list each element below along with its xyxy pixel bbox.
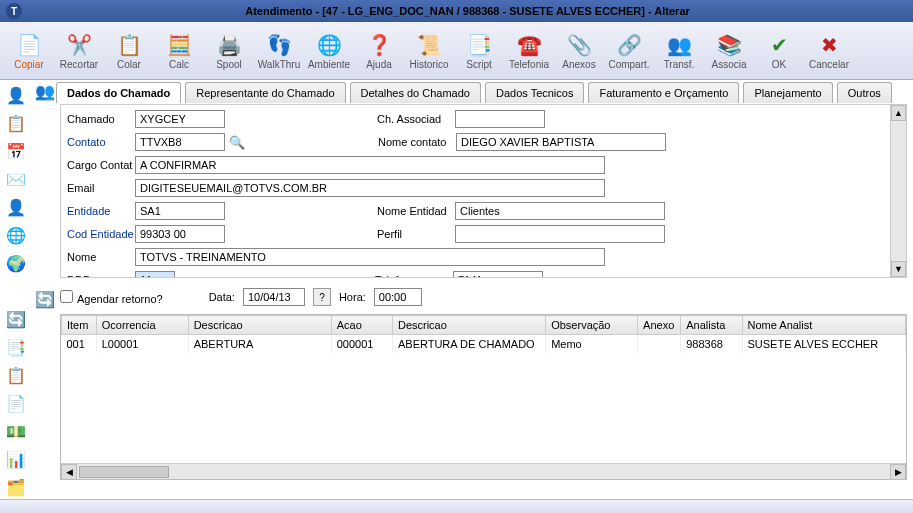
cell-item: 001 — [62, 335, 97, 354]
ddd-input[interactable] — [135, 271, 175, 278]
agendar-checkbox[interactable] — [60, 290, 73, 303]
sidebar-icon-10[interactable]: 📋 — [2, 362, 30, 388]
cancelar-icon: ✖ — [815, 31, 843, 59]
scroll-thumb[interactable] — [79, 466, 169, 478]
nomeentidad-input[interactable] — [455, 202, 665, 220]
ok-icon: ✔ — [765, 31, 793, 59]
toolbar-historico[interactable]: 📜Historico — [404, 24, 454, 78]
date-picker-button[interactable]: ? — [313, 288, 331, 306]
spool-icon: 🖨️ — [215, 31, 243, 59]
sidebar-icon-1[interactable]: 📋 — [2, 110, 30, 136]
sidebar-icon-14[interactable]: 🗂️ — [2, 474, 30, 500]
contato-input[interactable] — [135, 133, 225, 151]
grid-header-nomeanalist[interactable]: Nome Analist — [742, 316, 906, 335]
cargo-label: Cargo Contat — [65, 159, 135, 171]
left-sidebar: 👤📋📅✉️👤🌐🌍🔄📑📋📄💵📊🗂️🟧 — [0, 80, 32, 513]
form-vertical-scrollbar[interactable]: ▲ ▼ — [890, 105, 906, 277]
email-label: Email — [65, 182, 135, 194]
codentidade-label[interactable]: Cod Entidade — [65, 228, 135, 240]
ambiente-icon: 🌐 — [315, 31, 343, 59]
nome-input[interactable] — [135, 248, 605, 266]
sidebar-icon-12[interactable]: 💵 — [2, 418, 30, 444]
perfil-input[interactable] — [455, 225, 665, 243]
sidebar-icon-13[interactable]: 📊 — [2, 446, 30, 472]
tab-faturamentoeoramento[interactable]: Faturamento e Orçamento — [588, 82, 739, 103]
chassociad-input[interactable] — [455, 110, 545, 128]
tab-representantedochamado[interactable]: Representante do Chamado — [185, 82, 345, 103]
toolbar-cancelar[interactable]: ✖Cancelar — [804, 24, 854, 78]
toolbar-transf[interactable]: 👥Transf. — [654, 24, 704, 78]
tab-planejamento[interactable]: Planejamento — [743, 82, 832, 103]
walkthru-icon: 👣 — [265, 31, 293, 59]
anexos-icon: 📎 — [565, 31, 593, 59]
toolbar-script[interactable]: 📑Script — [454, 24, 504, 78]
toolbar-calc[interactable]: 🧮Calc — [154, 24, 204, 78]
sidebar-icon-3[interactable]: ✉️ — [2, 166, 30, 192]
tab-detalhesdochamado[interactable]: Detalhes do Chamado — [350, 82, 481, 103]
tab-dadostecnicos[interactable]: Dados Tecnicos — [485, 82, 584, 103]
cargo-input[interactable] — [135, 156, 605, 174]
grid-horizontal-scrollbar[interactable]: ◀ ▶ — [61, 463, 906, 479]
tab-outros[interactable]: Outros — [837, 82, 892, 103]
toolbar-spool[interactable]: 🖨️Spool — [204, 24, 254, 78]
grid-header-descricao[interactable]: Descricao — [188, 316, 331, 335]
grid-header-item[interactable]: Item — [62, 316, 97, 335]
toolbar-walkthru[interactable]: 👣WalkThru — [254, 24, 304, 78]
sidebar-icon-9[interactable]: 📑 — [2, 334, 30, 360]
email-input[interactable] — [135, 179, 605, 197]
telefone-input[interactable] — [453, 271, 543, 278]
chamado-input[interactable] — [135, 110, 225, 128]
sidebar-icon-8[interactable]: 🔄 — [2, 306, 30, 332]
scroll-left-icon[interactable]: ◀ — [61, 464, 77, 480]
toolbar-ok[interactable]: ✔OK — [754, 24, 804, 78]
sidebar-icon-2[interactable]: 📅 — [2, 138, 30, 164]
grid-header-observao[interactable]: Observação — [546, 316, 638, 335]
contato-label[interactable]: Contato — [65, 136, 135, 148]
toolbar-telefonia[interactable]: ☎️Telefonia — [504, 24, 554, 78]
cell-desc2: ABERTURA DE CHAMADO — [392, 335, 545, 354]
toolbar-anexos[interactable]: 📎Anexos — [554, 24, 604, 78]
scroll-up-icon[interactable]: ▲ — [891, 105, 906, 121]
table-row[interactable]: 001L00001ABERTURA000001ABERTURA DE CHAMA… — [62, 335, 906, 354]
scroll-down-icon[interactable]: ▼ — [891, 261, 906, 277]
entidade-input[interactable] — [135, 202, 225, 220]
grid-header-anexo[interactable]: Anexo — [638, 316, 681, 335]
calc-icon: 🧮 — [165, 31, 193, 59]
search-icon[interactable]: 🔍 — [228, 133, 246, 151]
codentidade-input[interactable] — [135, 225, 225, 243]
telefone-label: Telefone — [373, 274, 453, 278]
cell-acao: 000001 — [331, 335, 392, 354]
sidebar-icon-5[interactable]: 🌐 — [2, 222, 30, 248]
sidebar-icon-0[interactable]: 👤 — [2, 82, 30, 108]
refresh-icon[interactable]: 🔄 — [34, 288, 56, 310]
toolbar-compart[interactable]: 🔗Compart. — [604, 24, 654, 78]
sidebar-icon-11[interactable]: 📄 — [2, 390, 30, 416]
form-panel: Chamado Ch. Associad Contato 🔍 Nome cont… — [60, 104, 907, 278]
agendar-checkbox-label[interactable]: Agendar retorno? — [60, 290, 163, 305]
schedule-row: Agendar retorno? Data: ? Hora: — [60, 288, 422, 306]
sidebar-icon-4[interactable]: 👤 — [2, 194, 30, 220]
sidebar-icon-7[interactable] — [2, 278, 30, 304]
hora-input[interactable] — [374, 288, 422, 306]
nomecontato-input[interactable] — [456, 133, 666, 151]
scroll-right-icon[interactable]: ▶ — [890, 464, 906, 480]
toolbar-colar[interactable]: 📋Colar — [104, 24, 154, 78]
tab-dadosdochamado[interactable]: Dados do Chamado — [56, 82, 181, 103]
data-label: Data: — [209, 291, 235, 303]
grid-header-analista[interactable]: Analista — [681, 316, 742, 335]
toolbar-copiar[interactable]: 📄Copiar — [4, 24, 54, 78]
recortar-icon: ✂️ — [65, 31, 93, 59]
grid-header-acao[interactable]: Acao — [331, 316, 392, 335]
toolbar-ajuda[interactable]: ❓Ajuda — [354, 24, 404, 78]
history-grid: ItemOcorrenciaDescricaoAcaoDescricaoObse… — [60, 314, 907, 480]
entidade-label[interactable]: Entidade — [65, 205, 135, 217]
toolbar-associa[interactable]: 📚Associa — [704, 24, 754, 78]
grid-header-ocorrencia[interactable]: Ocorrencia — [96, 316, 188, 335]
window-title: Atendimento - [47 - LG_ENG_DOC_NAN / 988… — [28, 5, 907, 17]
toolbar-ambiente[interactable]: 🌐Ambiente — [304, 24, 354, 78]
data-input[interactable] — [243, 288, 305, 306]
grid-header-descricao[interactable]: Descricao — [392, 316, 545, 335]
toolbar-recortar[interactable]: ✂️Recortar — [54, 24, 104, 78]
sidebar-icon-6[interactable]: 🌍 — [2, 250, 30, 276]
historico-icon: 📜 — [415, 31, 443, 59]
